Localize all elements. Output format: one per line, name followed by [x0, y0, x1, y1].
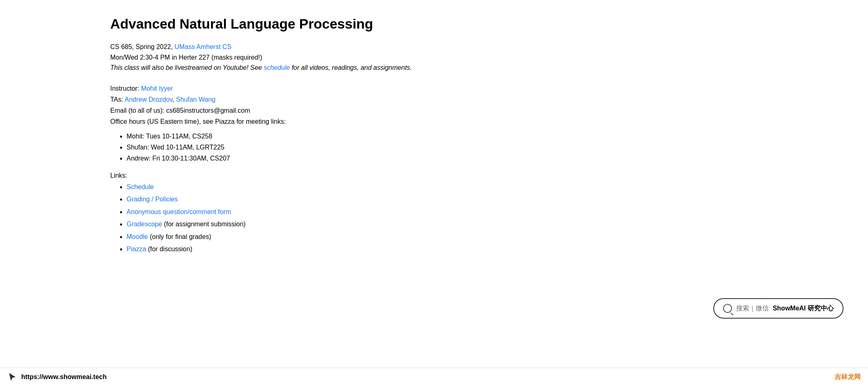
schedule-link-intro[interactable]: schedule	[264, 64, 290, 71]
gradescope-note: (for assignment submission)	[162, 221, 246, 228]
bottom-bar: https://www.showmeai.tech 吉林龙网	[0, 368, 868, 386]
links-section: Links: Schedule Grading / Policies Anony…	[110, 172, 758, 255]
ta1-link[interactable]: Andrew Drozdov	[125, 96, 172, 103]
url-display: https://www.showmeai.tech	[21, 373, 107, 381]
course-line1: CS 685, Spring 2022, UMass Amherst CS	[110, 42, 758, 52]
cursor-icon	[7, 372, 17, 382]
email-line: Email (to all of us): cs685instructors@g…	[110, 105, 758, 116]
office-hours-list: Mohit: Tues 10-11AM, CS258 Shufan: Wed 1…	[127, 131, 758, 164]
piazza-note: (for discussion)	[146, 245, 192, 252]
course-line2: Mon/Wed 2:30-4 PM in Herter 227 (masks r…	[110, 52, 758, 63]
course-info-block: CS 685, Spring 2022, UMass Amherst CS Mo…	[110, 42, 758, 73]
list-item: Schedule	[127, 181, 758, 193]
list-item: Andrew: Fri 10:30-11:30AM, CS207	[127, 153, 758, 164]
link-gradescope[interactable]: Gradescope	[127, 221, 162, 228]
instructor-label: Instructor:	[110, 85, 141, 92]
wechat-divider-text: 搜索｜微信	[736, 304, 769, 313]
email-label: Email (to all of us):	[110, 107, 166, 114]
instructor-section: Instructor: Mohit Iyyer TAs: Andrew Droz…	[110, 83, 758, 164]
links-label: Links:	[110, 172, 758, 179]
main-content: Advanced Natural Language Processing CS …	[0, 0, 868, 368]
ta2-link[interactable]: Shufan Wang	[176, 96, 215, 103]
list-item: Grading / Policies	[127, 193, 758, 205]
ta-comma: ,	[172, 96, 176, 103]
wechat-search-box[interactable]: 搜索｜微信 ShowMeAI 研究中心	[713, 298, 844, 319]
email-value: cs685instructors@gmail.com	[166, 107, 250, 114]
list-item: Moodle (only for final grades)	[127, 231, 758, 243]
tas-label: TAs:	[110, 96, 125, 103]
link-schedule[interactable]: Schedule	[127, 183, 154, 190]
list-item: Piazza (for discussion)	[127, 243, 758, 255]
oh-item-2: Andrew: Fri 10:30-11:30AM, CS207	[127, 155, 230, 162]
link-anonymous-form[interactable]: Anonymous question/comment form	[127, 208, 231, 215]
oh-item-0: Mohit: Tues 10-11AM, CS258	[127, 133, 212, 140]
link-grading-policies[interactable]: Grading / Policies	[127, 196, 178, 203]
list-item: Shufan: Wed 10-11AM, LGRT225	[127, 142, 758, 153]
bottom-bar-right-text: 吉林龙网	[835, 373, 861, 382]
course-line3: This class will also be livestreamed on …	[110, 62, 758, 73]
course-line3-prefix: This class will also be livestreamed on …	[110, 64, 264, 71]
wechat-brand-text: ShowMeAI 研究中心	[773, 304, 834, 313]
oh-item-1: Shufan: Wed 10-11AM, LGRT225	[127, 144, 225, 151]
course-line1-prefix: CS 685, Spring 2022,	[110, 43, 174, 50]
instructor-line: Instructor: Mohit Iyyer	[110, 83, 758, 94]
links-list: Schedule Grading / Policies Anonymous qu…	[127, 181, 758, 255]
bottom-bar-left: https://www.showmeai.tech	[7, 372, 107, 382]
list-item: Anonymous question/comment form	[127, 206, 758, 218]
umass-link[interactable]: UMass Amherst CS	[174, 43, 231, 50]
list-item: Gradescope (for assignment submission)	[127, 218, 758, 230]
moodle-note: (only for final grades)	[148, 233, 211, 240]
wechat-search-icon	[723, 304, 732, 313]
course-line3-suffix: for all videos, readings, and assignment…	[290, 64, 412, 71]
list-item: Mohit: Tues 10-11AM, CS258	[127, 131, 758, 142]
link-piazza[interactable]: Piazza	[127, 245, 146, 252]
page-title: Advanced Natural Language Processing	[110, 16, 758, 32]
instructor-link[interactable]: Mohit Iyyer	[141, 85, 173, 92]
tas-line: TAs: Andrew Drozdov, Shufan Wang	[110, 94, 758, 105]
link-moodle[interactable]: Moodle	[127, 233, 148, 240]
office-hours-header: Office hours (US Eastern time), see Piaz…	[110, 116, 758, 127]
